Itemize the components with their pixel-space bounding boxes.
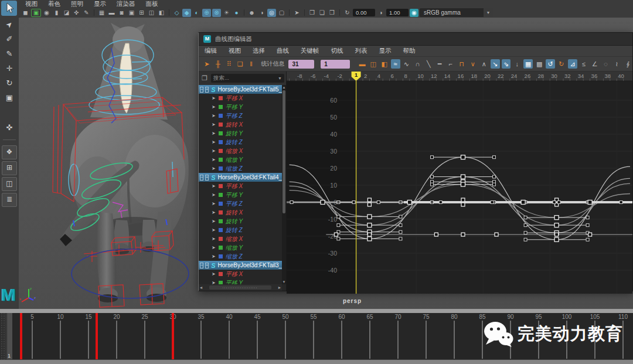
tangent-handle-end[interactable] bbox=[399, 224, 402, 227]
select-tool-icon[interactable]: ➤ bbox=[0, 15, 19, 35]
current-frame-indicator[interactable]: 1 bbox=[7, 313, 12, 359]
keyframe[interactable] bbox=[367, 198, 371, 202]
keyframe[interactable] bbox=[461, 203, 465, 206]
pre-infinity-cycle-icon[interactable]: ↺ bbox=[546, 59, 555, 69]
collapse-icon[interactable]: − bbox=[200, 87, 203, 93]
keyframe[interactable] bbox=[588, 233, 592, 236]
multisample-icon[interactable]: ☻ bbox=[247, 9, 256, 17]
tree-node-1[interactable]: −+SHorseByJoel3d:FKTail4_ bbox=[199, 173, 282, 182]
tangent-handle-end[interactable] bbox=[586, 216, 589, 219]
menu-item-1[interactable]: 着色 bbox=[43, 0, 66, 8]
gate-mask-icon[interactable]: ▣ bbox=[127, 9, 136, 17]
channel-row-1-7[interactable]: ➤缩放 Y bbox=[199, 243, 282, 252]
scroll-up-icon[interactable]: ▲ bbox=[282, 85, 286, 90]
channel-row-2-0[interactable]: ➤平移 X bbox=[199, 270, 282, 278]
timeline-keyframe-marker[interactable] bbox=[172, 313, 174, 359]
lock-camera-icon[interactable]: ▣ bbox=[31, 9, 41, 17]
keyframe[interactable] bbox=[588, 200, 592, 205]
channel-row-1-3[interactable]: ➤旋转 X bbox=[199, 208, 282, 217]
vertical-scrollbar[interactable]: ▲ ▼ bbox=[282, 85, 286, 284]
timeline-keyframe-marker[interactable] bbox=[96, 313, 98, 359]
channel-row-0-0[interactable]: ➤平移 X bbox=[199, 94, 282, 103]
tangent-handle-end[interactable] bbox=[557, 201, 560, 204]
keyframe[interactable] bbox=[461, 182, 465, 186]
tangent-handle-end[interactable] bbox=[493, 183, 496, 186]
menu-item-2[interactable]: 照明 bbox=[66, 0, 89, 8]
select-camera-icon[interactable]: ◼ bbox=[21, 9, 30, 17]
bookmark-icon[interactable]: ▮ bbox=[52, 9, 61, 17]
tangent-handle-end[interactable] bbox=[352, 201, 355, 204]
tangent-handle-end[interactable] bbox=[586, 238, 589, 241]
chevron-down-icon[interactable]: ▼ bbox=[484, 8, 493, 17]
scroll-left-icon[interactable]: ◄ bbox=[199, 285, 203, 290]
collapse-icon[interactable]: − bbox=[200, 175, 203, 181]
keyframe[interactable] bbox=[461, 155, 465, 159]
ge-menu-item-1[interactable]: 视图 bbox=[223, 47, 247, 55]
tangent-handle-end[interactable] bbox=[439, 201, 442, 204]
tangent-handle-end[interactable] bbox=[337, 237, 340, 240]
expand-icon[interactable]: + bbox=[205, 175, 209, 181]
tangent-handle-end[interactable] bbox=[524, 216, 527, 219]
channel-row-1-8[interactable]: ➤缩放 Z bbox=[199, 252, 282, 261]
exposure-icon[interactable]: ↻ bbox=[343, 9, 352, 17]
tangent-handle-end[interactable] bbox=[431, 183, 434, 186]
graph-editor-title-bar[interactable]: M 曲线图编辑器 bbox=[199, 33, 632, 46]
channel-row-1-6[interactable]: ➤缩放 X bbox=[199, 234, 282, 243]
universal-manipulator-icon[interactable]: ✜ bbox=[2, 121, 16, 134]
ge-menu-item-5[interactable]: 切线 bbox=[325, 47, 349, 55]
lasso-select-tool-icon[interactable]: ✐ bbox=[2, 33, 16, 46]
layout-single-pane-icon[interactable]: ❖ bbox=[2, 145, 17, 159]
step-tangents-icon[interactable]: ⌐ bbox=[446, 59, 455, 69]
view-transform-icon[interactable]: ◉ bbox=[410, 9, 418, 17]
tangent-handle-end[interactable] bbox=[399, 230, 402, 233]
tangent-handle-end[interactable] bbox=[524, 224, 527, 227]
tangent-handle-end[interactable] bbox=[431, 156, 434, 159]
tangent-handle-end[interactable] bbox=[620, 201, 622, 204]
scrollbar-thumb[interactable] bbox=[283, 90, 285, 213]
tangent-handle-end[interactable] bbox=[290, 201, 293, 204]
stat-value-field[interactable]: 1 bbox=[321, 60, 350, 69]
move-nearest-picked-key-icon[interactable]: ➤ bbox=[202, 59, 212, 69]
menu-item-3[interactable]: 显示 bbox=[89, 0, 111, 8]
break-tangents-icon[interactable]: ∨ bbox=[468, 59, 478, 69]
safe-title-icon[interactable]: ◧ bbox=[157, 9, 166, 17]
channel-row-1-0[interactable]: ➤平移 X bbox=[199, 182, 282, 190]
default-in-tangent-icon[interactable]: ↘ bbox=[491, 59, 500, 69]
keyframe[interactable] bbox=[367, 223, 372, 227]
textured-icon[interactable]: ◐ bbox=[192, 9, 201, 17]
camera-attributes-icon[interactable]: ◉ bbox=[42, 9, 51, 17]
pin-search-icon[interactable]: ❐ bbox=[200, 74, 209, 82]
scale-tool-icon[interactable]: ▣ bbox=[2, 91, 16, 104]
gamma-field[interactable]: 1.00 bbox=[386, 9, 409, 16]
search-dropdown-arrow-icon[interactable]: ▼ bbox=[278, 76, 282, 80]
menu-item-5[interactable]: 面板 bbox=[141, 0, 164, 8]
ge-menu-item-6[interactable]: 列表 bbox=[349, 47, 373, 55]
channel-row-0-7[interactable]: ➤缩放 Y bbox=[199, 155, 282, 164]
ge-menu-item-8[interactable]: 帮助 bbox=[397, 47, 421, 55]
resolution-gate-icon[interactable]: ◙ bbox=[117, 9, 126, 17]
film-gate-icon[interactable]: ▬ bbox=[107, 9, 116, 17]
curve-smoothness-icon[interactable]: ∠ bbox=[590, 59, 600, 69]
swap-buffer-curve-icon[interactable]: ▩ bbox=[535, 59, 544, 69]
channel-row-0-6[interactable]: ➤缩放 X bbox=[199, 147, 282, 155]
disable-curves-icon[interactable]: ◌ bbox=[601, 59, 611, 69]
grid-icon[interactable]: ▦ bbox=[97, 9, 106, 17]
tangent-handle-end[interactable] bbox=[553, 201, 556, 204]
keyframe[interactable] bbox=[495, 233, 498, 236]
master-ground-control[interactable] bbox=[72, 249, 189, 298]
shaded-icon[interactable]: ◆ bbox=[182, 9, 191, 17]
keyframe[interactable] bbox=[461, 198, 465, 202]
paint-select-tool-icon[interactable]: ✎ bbox=[2, 47, 16, 60]
channel-row-0-8[interactable]: ➤缩放 Z bbox=[199, 164, 282, 173]
range-slider-strip[interactable] bbox=[0, 359, 633, 364]
stacked-curves-icon[interactable]: ⊿ bbox=[568, 59, 577, 69]
tangent-handle-end[interactable] bbox=[524, 238, 527, 241]
ge-menu-item-2[interactable]: 选择 bbox=[247, 47, 271, 55]
tangent-handle-end[interactable] bbox=[337, 224, 340, 227]
tangent-handle-end[interactable] bbox=[399, 237, 402, 240]
tangent-handle-end[interactable] bbox=[491, 201, 494, 204]
menu-item-4[interactable]: 渲染器 bbox=[111, 0, 141, 8]
keyframe[interactable] bbox=[554, 223, 559, 227]
keyframe[interactable] bbox=[461, 233, 465, 236]
stat-time-field[interactable]: 31 bbox=[288, 60, 314, 69]
